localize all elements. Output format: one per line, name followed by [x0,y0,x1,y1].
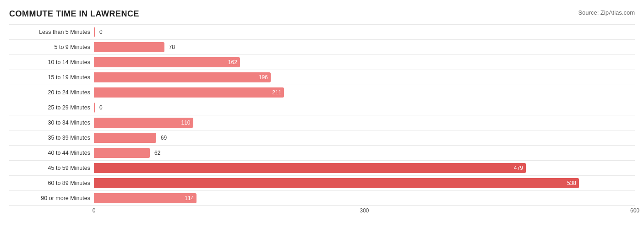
bar-fill: 114 [94,193,196,203]
bar-label: 40 to 44 Minutes [9,150,94,156]
bar-row: 15 to 19 Minutes196 [9,70,635,85]
bar-row: 60 to 89 Minutes538 [9,175,635,190]
bar-value: 0 [97,29,103,35]
bar-value: 114 [185,195,194,201]
bar-track: 0 [94,25,635,39]
bar-track: 538 [94,176,635,190]
bar-value: 538 [567,180,576,186]
bar-track: 0 [94,100,635,115]
bar-row: 35 to 39 Minutes69 [9,130,635,145]
bar-value: 211 [272,89,281,96]
bar-track: 62 [94,146,635,160]
bar-fill: 479 [94,163,526,173]
bar-label: 35 to 39 Minutes [9,135,94,141]
bar-value: 69 [158,135,167,141]
bar-track: 162 [94,55,635,70]
bar-fill: 110 [94,118,193,128]
bar-row: 30 to 34 Minutes110 [9,115,635,130]
bar-row: 5 to 9 Minutes78 [9,39,635,54]
bar-label: 20 to 24 Minutes [9,89,94,96]
bar-value: 162 [228,59,237,65]
x-tick: 600 [630,207,639,214]
x-axis-labels: 0300600 [94,207,635,217]
bar-track: 196 [94,70,635,85]
bar-label: 25 to 29 Minutes [9,104,94,111]
bar-track: 211 [94,85,635,100]
bar-value: 110 [181,120,190,126]
bar-value: 62 [152,150,160,156]
bar-fill: 0 [94,27,95,37]
bar-fill: 0 [94,103,95,113]
bar-fill: 69 [94,133,156,143]
bar-label: 90 or more Minutes [9,195,94,201]
bar-track: 110 [94,115,635,130]
bar-label: Less than 5 Minutes [9,29,94,35]
bar-track: 479 [94,161,635,175]
chart-source: Source: ZipAtlas.com [578,9,635,16]
bar-label: 15 to 19 Minutes [9,74,94,81]
bar-value: 0 [97,104,103,111]
chart-container: COMMUTE TIME IN LAWRENCE Source: ZipAtla… [0,0,644,239]
chart-header: COMMUTE TIME IN LAWRENCE Source: ZipAtla… [9,9,635,19]
bar-label: 60 to 89 Minutes [9,180,94,186]
bar-fill: 211 [94,87,284,98]
bar-row: 45 to 59 Minutes479 [9,160,635,175]
bar-value: 479 [514,165,523,171]
bar-track: 114 [94,191,635,205]
bar-label: 45 to 59 Minutes [9,165,94,171]
bar-row: 25 to 29 Minutes0 [9,100,635,115]
bar-row: 90 or more Minutes114 [9,190,635,206]
x-tick: 300 [360,207,369,214]
chart-title: COMMUTE TIME IN LAWRENCE [9,9,139,19]
bar-value: 196 [259,74,268,81]
chart-area: Less than 5 Minutes05 to 9 Minutes7810 t… [9,24,635,206]
bar-label: 30 to 34 Minutes [9,120,94,126]
bar-fill: 78 [94,42,164,52]
bar-row: 10 to 14 Minutes162 [9,54,635,70]
bar-fill: 62 [94,148,150,158]
x-tick: 0 [93,207,96,214]
bar-row: 20 to 24 Minutes211 [9,85,635,100]
bar-row: 40 to 44 Minutes62 [9,145,635,160]
bar-track: 78 [94,40,635,54]
bar-label: 5 to 9 Minutes [9,44,94,50]
bar-label: 10 to 14 Minutes [9,59,94,65]
bar-fill: 538 [94,178,579,188]
bar-fill: 196 [94,72,271,82]
bar-fill: 162 [94,57,240,67]
bar-track: 69 [94,130,635,145]
x-axis: 0300600 [9,207,635,217]
bar-row: Less than 5 Minutes0 [9,24,635,39]
bar-value: 78 [167,44,175,50]
